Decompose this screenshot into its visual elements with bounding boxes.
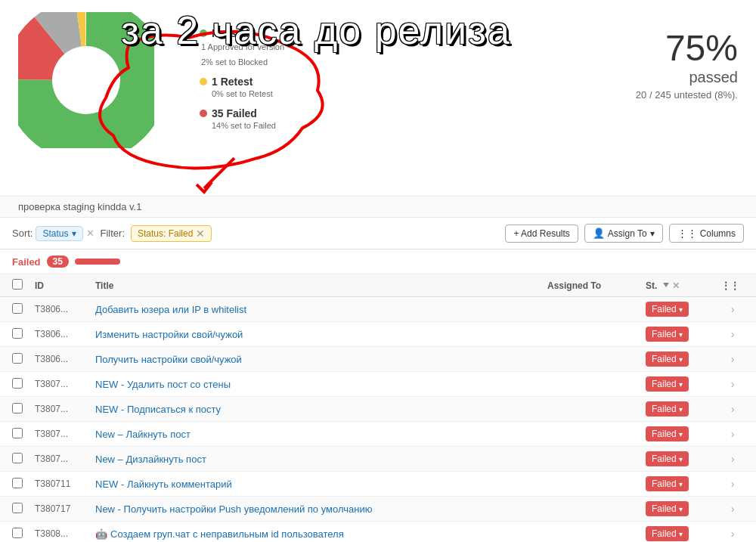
sort-status-badge[interactable]: Status ▾ (36, 226, 82, 241)
status-dropdown-icon: ▾ (679, 355, 683, 364)
row-status[interactable]: Failed▾ (646, 476, 721, 491)
project-title: проверка staging kindda v.1 (0, 197, 756, 218)
row-expand-icon[interactable]: › (721, 303, 744, 315)
row-checkbox[interactable] (12, 353, 35, 366)
row-title[interactable]: NEW - Подписаться к посту (95, 404, 547, 415)
status-dropdown-icon: ▾ (679, 480, 683, 488)
row-status[interactable]: Failed▾ (646, 501, 721, 516)
row-checkbox[interactable] (12, 428, 35, 441)
expand-cols-icon[interactable]: ⋮⋮ (721, 280, 739, 291)
row-title[interactable]: NEW - Лайкнуть комментарий (95, 479, 547, 490)
row-status[interactable]: Failed▾ (646, 376, 721, 392)
row-status[interactable]: Failed▾ (646, 426, 721, 441)
failed-count-badge: 35 (47, 256, 69, 268)
status-label: Failed (652, 354, 677, 364)
row-title[interactable]: New – Лайкнуть пост (95, 429, 547, 440)
row-checkbox[interactable] (12, 328, 35, 341)
row-expand-icon[interactable]: › (721, 428, 744, 440)
row-checkbox[interactable] (12, 403, 35, 416)
row-expand-icon[interactable]: › (721, 353, 744, 365)
stats-section: 75% passed 20 / 245 untested (8%). (636, 12, 738, 101)
row-checkbox[interactable] (12, 303, 35, 316)
assign-to-chevron-icon: ▾ (650, 228, 655, 239)
header-id: ID (35, 280, 95, 291)
columns-icon: ⋮⋮ (677, 228, 697, 239)
status-sort-icon[interactable] (663, 283, 669, 289)
user-assign-icon: 👤 (593, 228, 605, 239)
row-expand-icon[interactable]: › (721, 403, 744, 415)
row-status[interactable]: Failed▾ (646, 327, 721, 342)
status-label: Failed (652, 304, 677, 314)
columns-button[interactable]: ⋮⋮ Columns (669, 224, 744, 243)
sort-section: Sort: Status ▾ ✕ (12, 226, 94, 241)
row-title[interactable]: New – Дизлайкнуть пост (95, 454, 547, 465)
status-label: Failed (652, 479, 677, 489)
row-id: T3807... (35, 429, 95, 439)
row-title[interactable]: 🤖Создаем груп.чат с неправильным id поль… (95, 528, 547, 540)
row-status[interactable]: Failed▾ (646, 526, 721, 541)
row-title[interactable]: Добавить юзера или IP в whitelist (95, 304, 547, 315)
meme-text: за 2 часа до релиза (121, 8, 511, 53)
row-expand-icon[interactable]: › (721, 378, 744, 390)
row-status[interactable]: Failed▾ (646, 451, 721, 466)
stats-detail: 20 / 245 untested (8%). (636, 89, 738, 101)
row-status[interactable]: Failed▾ (646, 401, 721, 417)
row-title[interactable]: Изменить настройки свой/чужой (95, 329, 547, 340)
header-title: Title (95, 280, 547, 291)
failed-legend-label: 35 Failed (212, 107, 257, 119)
table-row: T3807... New – Лайкнуть пост Failed▾ › (0, 422, 756, 447)
toolbar-actions: + Add Results 👤 Assign To ▾ ⋮⋮ Columns (505, 224, 744, 243)
failed-sub: 14% set to Failed (200, 121, 284, 130)
retest-label: 1 Retest (212, 76, 253, 88)
filter-close-icon[interactable]: ✕ (196, 228, 205, 240)
chart-section: за 2 часа до релиза Passed 1 (0, 0, 756, 197)
row-title[interactable]: NEW - Удалить пост со стены (95, 379, 547, 390)
row-id: T380717 (35, 503, 95, 514)
row-status[interactable]: Failed▾ (646, 352, 721, 367)
row-expand-icon[interactable]: › (721, 478, 744, 490)
table-row: T3806... Изменить настройки свой/чужой F… (0, 322, 756, 347)
robot-icon: 🤖 (95, 528, 107, 540)
row-id: T3806... (35, 304, 95, 314)
columns-label: Columns (700, 228, 736, 239)
sort-close-icon[interactable]: ✕ (86, 228, 94, 239)
row-title[interactable]: New - Получить настройки Push уведомлени… (95, 503, 547, 515)
row-title[interactable]: Получить настройки свой/чужой (95, 354, 547, 365)
row-status[interactable]: Failed▾ (646, 302, 721, 317)
header-status: St. ✕ (646, 280, 721, 291)
header-checkbox[interactable] (12, 279, 35, 292)
sort-label: Sort: (12, 228, 33, 239)
status-dropdown-icon: ▾ (679, 455, 683, 463)
status-label: Failed (652, 404, 677, 414)
add-results-label: + Add Results (513, 228, 569, 239)
row-checkbox[interactable] (12, 378, 35, 391)
assign-to-button[interactable]: 👤 Assign To ▾ (584, 224, 663, 243)
row-expand-icon[interactable]: › (721, 453, 744, 465)
row-checkbox[interactable] (12, 478, 35, 491)
status-dropdown-icon: ▾ (679, 330, 683, 339)
row-expand-icon[interactable]: › (721, 503, 744, 515)
status-dropdown-icon: ▾ (679, 305, 683, 314)
row-checkbox[interactable] (12, 503, 35, 516)
filter-status-badge[interactable]: Status: Failed ✕ (131, 225, 212, 242)
row-id: T3807... (35, 454, 95, 464)
stats-percent: 75% (636, 27, 738, 69)
row-id: T3807... (35, 379, 95, 389)
row-checkbox[interactable] (12, 453, 35, 466)
retest-dot (200, 78, 207, 85)
table-header-row: ID Title Assigned To St. ✕ ⋮⋮ (0, 274, 756, 297)
filter-status-value: Status: Failed (138, 228, 193, 239)
assign-to-label: Assign To (608, 228, 647, 239)
toolbar: Sort: Status ▾ ✕ Filter: Status: Failed … (0, 218, 756, 249)
status-label: Failed (652, 528, 677, 539)
row-checkbox[interactable] (12, 528, 35, 540)
row-expand-icon[interactable]: › (721, 328, 744, 340)
row-expand-icon[interactable]: › (721, 528, 744, 540)
add-results-button[interactable]: + Add Results (505, 225, 578, 243)
header-expand: ⋮⋮ (721, 280, 744, 291)
table-row: T3807... NEW - Удалить пост со стены Fai… (0, 372, 756, 397)
status-col-close-icon[interactable]: ✕ (672, 280, 680, 291)
blocked-label: 2% set to Blocked (200, 57, 284, 67)
failed-section-label: Failed (12, 256, 41, 268)
status-label: Failed (652, 503, 677, 514)
